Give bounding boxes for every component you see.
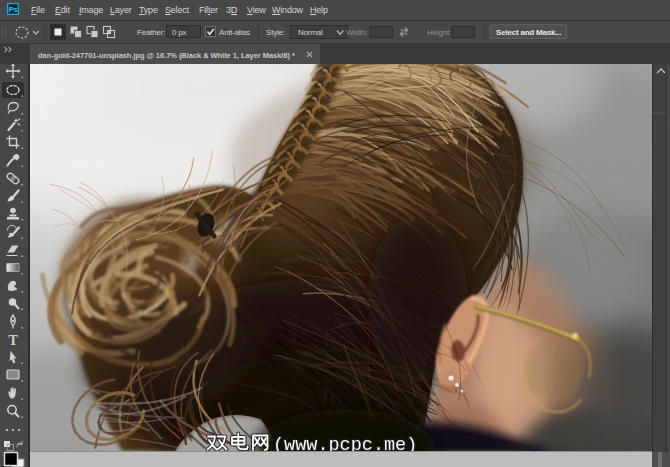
svg-text:Ps: Ps [9,5,18,14]
svg-text:T: T [9,333,19,348]
svg-text:(www.pcpc.me): (www.pcpc.me) [273,435,417,452]
